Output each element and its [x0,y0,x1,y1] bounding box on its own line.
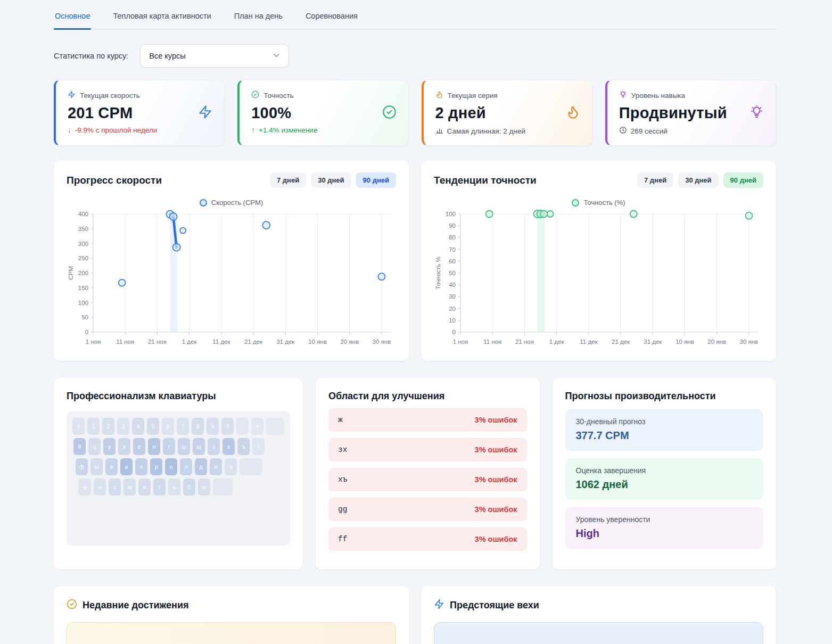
range-button[interactable]: 7 дней [270,172,306,188]
achievements-card: Недавние достижения [54,586,409,644]
tab-2[interactable]: План на день [233,11,284,29]
svg-text:30 янв: 30 янв [740,338,759,345]
svg-text:0: 0 [85,329,88,335]
keyboard-proficiency-card: Профессионализм клавиатуры ё1234567890-=… [54,378,303,569]
keyboard-key: й [73,438,86,455]
keyboard-key [266,418,284,435]
stat-value: 2 дней [435,104,486,122]
keyboard-key: ъ [237,438,250,455]
improvement-areas-card: Области для улучшения ж3% ошибокзх3% оши… [316,378,540,569]
course-select[interactable]: Все курсы [140,44,289,68]
svg-text:100: 100 [78,300,88,306]
svg-text:90: 90 [449,222,456,229]
svg-text:20: 20 [449,306,456,312]
forecast-label: Оценка завершения [576,466,753,475]
improvement-error-rate: 3% ошибок [475,445,517,454]
keyboard-key: = [251,418,263,435]
achievements-title: Недавние достижения [83,600,189,611]
range-button[interactable]: 90 дней [723,172,763,188]
chart-legend: Точность (%) [434,199,763,207]
keyboard-key: 4 [132,418,144,435]
stat-value: Продвинутый [619,104,727,122]
tab-bar: ОсновноеТепловая карта активностиПлан на… [54,0,776,30]
improvement-item: ж3% ошибок [328,408,527,432]
forecast-item: Уровень уверенностиHigh [565,507,764,549]
svg-text:40: 40 [449,282,456,288]
svg-text:30 янв: 30 янв [373,338,391,345]
keyboard-key [240,458,262,475]
chart-legend: Скорость (CPM) [67,199,396,207]
improvement-key: зх [338,445,347,454]
forecast-label: Уровень уверенности [576,515,753,524]
keyboard-key: э [225,458,237,475]
keyboard-key: ё [72,418,85,435]
svg-text:11 ноя: 11 ноя [116,338,134,345]
bar-chart-icon [435,126,443,136]
keyboard-key: ж [210,458,222,475]
accuracy-chart-card: Тенденции точности 7 дней30 дней90 дней … [421,161,776,361]
tab-1[interactable]: Тепловая карта активности [112,11,212,29]
stat-title: Уровень навыка [631,92,685,100]
flame-icon [566,105,580,121]
forecast-item: 30-дневный прогноз377.7 CPM [565,409,764,451]
improvement-error-rate: 3% ошибок [475,505,517,514]
svg-text:11 дек: 11 дек [580,338,598,345]
keyboard-key: о [165,458,177,475]
range-group: 7 дней30 дней90 дней [637,172,763,188]
keyboard-key: 3 [117,418,129,435]
svg-text:CPM: CPM [68,266,74,280]
tab-3[interactable]: Соревнования [304,11,359,29]
data-point [173,244,180,251]
svg-text:10: 10 [449,317,456,324]
check-circle-icon [251,90,259,100]
svg-text:70: 70 [449,246,456,253]
legend-dot [572,199,579,207]
data-point [119,279,126,286]
svg-text:200: 200 [78,270,88,276]
keyboard-key: 6 [162,418,174,435]
range-button[interactable]: 30 дней [311,172,351,188]
svg-text:1 дек: 1 дек [182,338,197,345]
stat-sub: ↑ +1.4% изменение [251,126,396,134]
improvement-title: Области для улучшения [328,391,527,402]
highlight-band [538,214,545,332]
course-filter-label: Статистика по курсу: [54,52,128,60]
svg-text:1 ноя: 1 ноя [453,338,468,345]
speed-chart-card: Прогресс скорости 7 дней30 дней90 дней С… [54,161,409,361]
dashboard-page: ОсновноеТепловая карта активностиПлан на… [0,0,832,644]
svg-text:0: 0 [452,329,456,335]
keyboard-key: ф [76,458,88,475]
forecast-value: High [576,527,753,540]
improvement-key: хъ [338,475,347,484]
keyboard-key: п [135,458,147,475]
stat-cards: Текущая скорость 201 CPM ↓ -9.9% с прошл… [54,80,776,146]
keyboard-key: щ [193,438,205,455]
forecast-value: 1062 дней [576,478,753,491]
tab-0[interactable]: Основное [54,11,91,29]
forecast-card: Прогнозы производительности 30-дневный п… [553,378,777,569]
keyboard-key: 1 [87,418,100,435]
course-filter-row: Статистика по курсу: Все курсы [54,44,776,68]
improvement-item: ff3% ошибок [328,527,527,551]
chart-mount: 1 ноя11 ноя21 ноя1 дек11 дек21 дек31 дек… [67,209,396,350]
keyboard-key: н [148,438,160,455]
legend-dot [200,199,207,207]
keyboard-key: м [123,478,136,496]
check-circle-icon [382,105,397,121]
lightbulb-icon [619,90,627,100]
forecast-value: 377.7 CPM [576,430,753,442]
range-button[interactable]: 30 дней [678,172,718,188]
arrow-down-icon: ↓ [68,126,71,134]
charts-row: Прогресс скорости 7 дней30 дней90 дней С… [54,161,776,361]
keyboard-key [213,478,233,496]
svg-text:250: 250 [78,255,88,261]
keyboard-key: с [109,478,121,496]
svg-text:100: 100 [446,211,456,217]
range-button[interactable]: 90 дней [356,172,396,188]
keyboard-key: 2 [102,418,114,435]
range-button[interactable]: 7 дней [637,172,673,188]
keyboard-key: ы [90,458,103,475]
svg-text:10 янв: 10 янв [676,338,694,345]
milestones-title: Предстоящие вехи [450,600,539,611]
keyboard-key: ч [94,478,106,496]
